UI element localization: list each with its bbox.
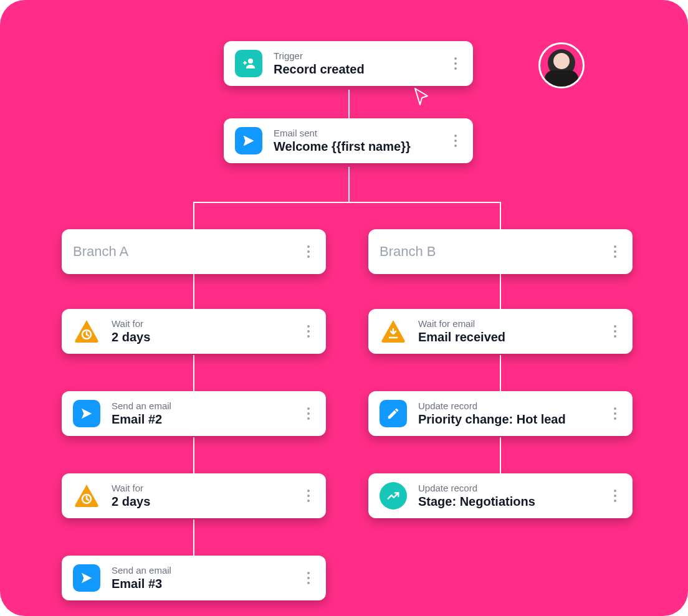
send-email-node[interactable]: Send an email Email #3: [62, 556, 326, 600]
node-texts: Wait for 2 days: [112, 318, 291, 344]
wait-clock-icon: [73, 318, 100, 345]
node-texts: Branch B: [380, 244, 598, 260]
node-title: Record created: [274, 62, 438, 77]
branch-label: Branch B: [380, 244, 598, 260]
connector: [193, 202, 501, 203]
branch-b-header[interactable]: Branch B: [368, 229, 633, 274]
user-avatar[interactable]: [538, 42, 585, 88]
node-title: Email received: [418, 330, 598, 344]
send-icon: [235, 127, 262, 154]
node-texts: Wait for 2 days: [112, 483, 291, 509]
trigger-node[interactable]: Trigger Record created: [224, 41, 473, 86]
edit-icon: [380, 400, 407, 427]
update-record-node[interactable]: Update record Stage: Negotiations: [368, 473, 633, 518]
node-title: Email #2: [112, 412, 291, 427]
more-menu-icon[interactable]: [609, 325, 621, 338]
wait-node[interactable]: Wait for 2 days: [62, 309, 326, 354]
connector: [500, 437, 501, 473]
node-texts: Email sent Welcome {{first name}}: [274, 128, 438, 154]
more-menu-icon[interactable]: [449, 135, 462, 147]
update-record-node[interactable]: Update record Priority change: Hot lead: [368, 391, 633, 436]
connector: [348, 167, 350, 202]
connector: [193, 202, 194, 229]
connector: [348, 90, 350, 118]
more-menu-icon[interactable]: [302, 325, 315, 338]
more-menu-icon[interactable]: [302, 407, 315, 420]
node-texts: Wait for email Email received: [418, 318, 598, 344]
node-label: Send an email: [112, 400, 291, 411]
node-label: Wait for email: [418, 318, 598, 329]
node-title: Welcome {{first name}}: [274, 140, 438, 154]
more-menu-icon[interactable]: [609, 490, 621, 502]
send-icon: [73, 400, 100, 427]
node-label: Wait for: [112, 483, 291, 493]
node-title: Priority change: Hot lead: [418, 412, 598, 427]
node-label: Email sent: [274, 128, 438, 138]
branch-label: Branch A: [73, 244, 291, 260]
connector: [193, 355, 194, 391]
more-menu-icon[interactable]: [302, 245, 315, 258]
more-menu-icon[interactable]: [449, 57, 462, 70]
wait-clock-icon: [73, 482, 100, 509]
node-texts: Trigger Record created: [274, 50, 438, 77]
email-sent-node[interactable]: Email sent Welcome {{first name}}: [224, 118, 473, 163]
node-label: Update record: [418, 400, 598, 411]
send-icon: [73, 564, 100, 592]
node-label: Update record: [418, 483, 598, 493]
wait-email-node[interactable]: Wait for email Email received: [368, 309, 633, 354]
connector: [500, 355, 501, 391]
more-menu-icon[interactable]: [609, 245, 621, 258]
wait-node[interactable]: Wait for 2 days: [62, 473, 326, 518]
send-email-node[interactable]: Send an email Email #2: [62, 391, 326, 436]
more-menu-icon[interactable]: [302, 490, 315, 502]
node-title: 2 days: [112, 330, 291, 344]
trend-icon: [380, 482, 407, 509]
node-texts: Branch A: [73, 244, 291, 260]
more-menu-icon[interactable]: [302, 572, 315, 584]
connector: [500, 273, 501, 309]
connector: [193, 519, 194, 556]
node-title: 2 days: [112, 495, 291, 509]
node-label: Wait for: [112, 318, 291, 329]
workflow-canvas: Trigger Record created Email sent Welcom…: [0, 0, 688, 616]
node-title: Stage: Negotiations: [418, 495, 598, 509]
person-add-icon: [235, 50, 262, 77]
more-menu-icon[interactable]: [609, 407, 621, 420]
node-title: Email #3: [112, 577, 291, 591]
node-texts: Update record Priority change: Hot lead: [418, 400, 598, 427]
connector: [500, 202, 501, 229]
node-label: Send an email: [112, 565, 291, 576]
node-texts: Update record Stage: Negotiations: [418, 483, 598, 509]
connector: [193, 273, 194, 309]
node-label: Trigger: [274, 50, 438, 61]
node-texts: Send an email Email #3: [112, 565, 291, 591]
svg-point-0: [248, 59, 253, 64]
connector: [193, 437, 194, 473]
wait-download-icon: [380, 318, 407, 345]
branch-a-header[interactable]: Branch A: [62, 229, 326, 274]
node-texts: Send an email Email #2: [112, 400, 291, 427]
